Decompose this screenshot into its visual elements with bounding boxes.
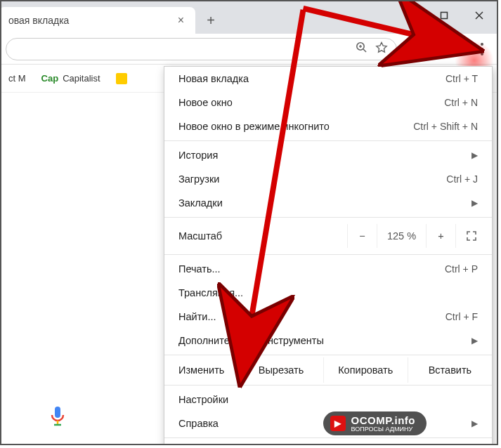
titlebar: овая вкладка × + bbox=[1, 1, 497, 34]
menu-exit[interactable]: Выход bbox=[164, 440, 492, 445]
watermark-text: OCOMP.info bbox=[351, 414, 415, 426]
bookmark-item[interactable]: Cap Capitalist bbox=[41, 73, 100, 84]
menu-print[interactable]: Печать... Ctrl + P bbox=[164, 257, 492, 281]
fullscreen-button[interactable] bbox=[455, 224, 486, 248]
svg-rect-1 bbox=[441, 13, 448, 19]
zoom-in-button[interactable]: + bbox=[426, 224, 455, 248]
main-menu: Новая вкладка Ctrl + T Новое окно Ctrl +… bbox=[164, 66, 493, 445]
extension-profile-icon[interactable] bbox=[448, 39, 469, 60]
bookmark-star-icon[interactable] bbox=[375, 41, 388, 57]
extension-tag-icon[interactable] bbox=[424, 39, 445, 60]
menu-label: Изменить bbox=[164, 357, 238, 383]
watermark-badge: ▶ OCOMP.info ВОПРОСЫ АДМИНУ bbox=[323, 411, 427, 435]
zoom-indicator-icon[interactable] bbox=[356, 41, 368, 57]
svg-point-10 bbox=[456, 45, 460, 49]
menu-label: История bbox=[178, 150, 464, 161]
window-minimize-button[interactable] bbox=[391, 1, 427, 29]
menu-separator bbox=[164, 140, 492, 141]
menu-find[interactable]: Найти... Ctrl + F bbox=[164, 305, 492, 329]
toolbar bbox=[1, 34, 497, 65]
svg-point-11 bbox=[481, 43, 483, 46]
menu-settings[interactable]: Настройки bbox=[164, 388, 492, 411]
menu-separator bbox=[164, 385, 492, 386]
submenu-arrow-icon: ▶ bbox=[471, 419, 478, 428]
menu-separator bbox=[164, 217, 492, 218]
window-controls bbox=[391, 1, 497, 29]
svg-line-5 bbox=[363, 49, 366, 52]
tab-close-icon[interactable]: × bbox=[174, 14, 188, 27]
extension-shield-icon[interactable] bbox=[400, 39, 421, 60]
svg-rect-14 bbox=[55, 407, 60, 418]
menu-edit-row: Изменить Вырезать Копировать Вставить bbox=[164, 357, 492, 383]
zoom-value: 125 % bbox=[377, 224, 426, 248]
menu-separator bbox=[164, 254, 492, 255]
menu-separator bbox=[164, 437, 492, 438]
voice-search-icon[interactable] bbox=[30, 399, 86, 434]
menu-label: Загрузки bbox=[178, 173, 446, 185]
window-close-button[interactable] bbox=[462, 1, 497, 29]
menu-shortcut: Ctrl + N bbox=[444, 97, 478, 108]
menu-label: Новая вкладка bbox=[178, 73, 445, 84]
menu-history[interactable]: История ▶ bbox=[164, 143, 492, 167]
edit-cut-button[interactable]: Вырезать bbox=[238, 357, 323, 383]
edit-paste-button[interactable]: Вставить bbox=[408, 357, 492, 383]
new-tab-button[interactable]: + bbox=[200, 9, 222, 32]
menu-label: Новое окно bbox=[178, 97, 444, 108]
menu-label: Печать... bbox=[178, 263, 445, 275]
menu-shortcut: Ctrl + J bbox=[446, 173, 478, 185]
menu-shortcut: Ctrl + F bbox=[445, 311, 478, 322]
zoom-out-button[interactable]: − bbox=[347, 224, 377, 248]
svg-point-12 bbox=[481, 48, 483, 51]
submenu-arrow-icon: ▶ bbox=[471, 198, 478, 208]
menu-shortcut: Ctrl + T bbox=[445, 73, 478, 84]
submenu-arrow-icon: ▶ bbox=[471, 336, 478, 345]
watermark-icon: ▶ bbox=[330, 416, 346, 431]
browser-tab[interactable]: овая вкладка × bbox=[0, 7, 195, 34]
watermark-subtext: ВОПРОСЫ АДМИНУ bbox=[351, 426, 415, 433]
menu-shortcut: Ctrl + Shift + N bbox=[413, 121, 478, 132]
bookmark-favicon-icon bbox=[116, 73, 127, 84]
bookmark-item[interactable] bbox=[116, 73, 127, 84]
svg-point-13 bbox=[481, 53, 483, 55]
menu-label: Настройки bbox=[178, 394, 478, 405]
address-bar[interactable] bbox=[6, 38, 397, 60]
menu-separator bbox=[164, 355, 492, 355]
bookmark-favicon-text: Cap bbox=[41, 73, 59, 84]
submenu-arrow-icon: ▶ bbox=[471, 150, 478, 160]
menu-new-tab[interactable]: Новая вкладка Ctrl + T bbox=[164, 67, 492, 91]
bookmark-label: ct M bbox=[8, 73, 26, 84]
menu-downloads[interactable]: Загрузки Ctrl + J bbox=[164, 167, 492, 191]
menu-cast[interactable]: Трансляция... bbox=[164, 281, 492, 305]
edit-copy-button[interactable]: Копировать bbox=[323, 357, 408, 383]
menu-more-tools[interactable]: Дополнительные инструменты ▶ bbox=[164, 329, 492, 353]
menu-label: Трансляция... bbox=[178, 287, 478, 298]
menu-label: Масштаб bbox=[178, 230, 347, 242]
bookmark-label: Capitalist bbox=[63, 73, 100, 84]
main-menu-button[interactable] bbox=[471, 39, 493, 60]
bookmark-item[interactable]: ct M bbox=[8, 73, 26, 84]
menu-bookmarks[interactable]: Закладки ▶ bbox=[164, 191, 492, 215]
menu-label: Новое окно в режиме инкогнито bbox=[178, 121, 413, 132]
menu-zoom-row: Масштаб − 125 % + bbox=[164, 220, 492, 252]
menu-label: Закладки bbox=[178, 197, 464, 209]
menu-incognito[interactable]: Новое окно в режиме инкогнито Ctrl + Shi… bbox=[164, 114, 492, 138]
menu-label: Дополнительные инструменты bbox=[178, 335, 464, 346]
menu-new-window[interactable]: Новое окно Ctrl + N bbox=[164, 91, 492, 114]
tab-title: овая вкладка bbox=[8, 15, 174, 26]
menu-shortcut: Ctrl + P bbox=[445, 263, 478, 275]
window-maximize-button[interactable] bbox=[427, 1, 462, 29]
menu-label: Найти... bbox=[178, 311, 445, 322]
